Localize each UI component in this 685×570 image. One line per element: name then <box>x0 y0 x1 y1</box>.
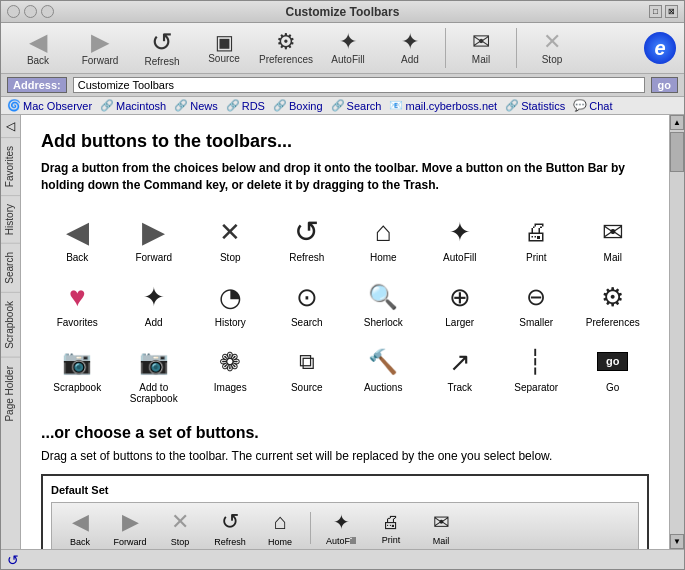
icon-go[interactable]: go Go <box>577 340 650 408</box>
toolbar-stop-btn[interactable]: ✕ Stop <box>523 29 581 67</box>
icon-history[interactable]: ◔ History <box>194 275 267 332</box>
mail-icon: ✉ <box>602 214 624 250</box>
sherlock-icon: 🔍 <box>368 279 398 315</box>
icon-smaller[interactable]: ⊖ Smaller <box>500 275 573 332</box>
icon-stop[interactable]: ✕ Stop <box>194 210 267 267</box>
ds-home[interactable]: ⌂ Home <box>258 509 302 547</box>
minimize-btn[interactable] <box>24 5 37 18</box>
toolbar-source-btn[interactable]: ▣ Source <box>195 30 253 66</box>
expand-btn[interactable]: ⊠ <box>665 5 678 18</box>
toolbar-prefs-btn[interactable]: ⚙ Preferences <box>257 29 315 67</box>
icon-separator[interactable]: ┆ Separator <box>500 340 573 408</box>
go-button[interactable]: go <box>651 77 678 93</box>
back-label: Back <box>27 55 49 66</box>
icon-auctions[interactable]: 🔨 Auctions <box>347 340 420 408</box>
add-scrapbook-icon: 📷 <box>139 344 169 380</box>
autofill-label: AutoFill <box>443 252 476 263</box>
ds-home-label: Home <box>268 537 292 547</box>
scroll-down-btn[interactable]: ▼ <box>670 534 684 549</box>
bookmark-boxing[interactable]: 🔗 Boxing <box>273 99 323 112</box>
icon-add[interactable]: ✦ Add <box>118 275 191 332</box>
mail-label: Mail <box>604 252 622 263</box>
content-area: ◁ Favorites History Search Scrapbook Pag… <box>1 115 684 549</box>
separator-label: Separator <box>514 382 558 393</box>
ds-refresh-icon: ↺ <box>221 509 239 535</box>
stop-icon: ✕ <box>219 214 241 250</box>
icon-refresh[interactable]: ↺ Refresh <box>271 210 344 267</box>
icon-images[interactable]: ❁ Images <box>194 340 267 408</box>
address-input[interactable]: Customize Toolbars <box>73 77 645 93</box>
scroll-thumb[interactable] <box>670 132 684 172</box>
home-icon: ⌂ <box>375 214 392 250</box>
toolbar-mail-btn[interactable]: ✉ Mail <box>452 29 510 67</box>
search-icon: ⊙ <box>296 279 318 315</box>
sidebar-history[interactable]: History <box>1 195 20 243</box>
scroll-track <box>670 172 684 534</box>
source-label: Source <box>291 382 323 393</box>
toolbar-refresh-btn[interactable]: ↺ Refresh <box>133 27 191 69</box>
bookmark-mac-observer[interactable]: 🌀 Mac Observer <box>7 99 92 112</box>
icon-autofill[interactable]: ✦ AutoFill <box>424 210 497 267</box>
icon-search[interactable]: ⊙ Search <box>271 275 344 332</box>
bookmark-statistics[interactable]: 🔗 Statistics <box>505 99 565 112</box>
icon-add-scrapbook[interactable]: 📷 Add to Scrapbook <box>118 340 191 408</box>
bookmark-search[interactable]: 🔗 Search <box>331 99 382 112</box>
bookmark-label: Macintosh <box>116 100 166 112</box>
icon-source[interactable]: ⧉ Source <box>271 340 344 408</box>
go-button-visual: go <box>597 352 628 371</box>
icon-home[interactable]: ⌂ Home <box>347 210 420 267</box>
back-icon: ◀ <box>29 30 47 54</box>
ds-print[interactable]: 🖨 Print <box>369 512 413 545</box>
source-icon: ⧉ <box>299 344 315 380</box>
address-value: Customize Toolbars <box>78 79 174 91</box>
maximize-btn[interactable] <box>41 5 54 18</box>
icon-scrapbook[interactable]: 📷 Scrapbook <box>41 340 114 408</box>
auctions-icon: 🔨 <box>368 344 398 380</box>
ds-autofill-icon: ✦ <box>333 510 350 534</box>
toolbar-forward-btn[interactable]: ▶ Forward <box>71 28 129 68</box>
bookmark-chat[interactable]: 💬 Chat <box>573 99 612 112</box>
bookmark-icon: 💬 <box>573 99 587 112</box>
sidebar-favorites[interactable]: Favorites <box>1 137 20 195</box>
icon-mail[interactable]: ✉ Mail <box>577 210 650 267</box>
ds-refresh[interactable]: ↺ Refresh <box>208 509 252 547</box>
bookmark-rds[interactable]: 🔗 RDS <box>226 99 265 112</box>
add-scrapbook-label: Add to Scrapbook <box>130 382 178 404</box>
ds-stop[interactable]: ✕ Stop <box>158 509 202 547</box>
bookmark-label: Mac Observer <box>23 100 92 112</box>
bookmark-label: News <box>190 100 218 112</box>
icon-favorites[interactable]: ♥ Favorites <box>41 275 114 332</box>
icon-print[interactable]: 🖨 Print <box>500 210 573 267</box>
ds-autofill[interactable]: ✦ AutoFill <box>319 510 363 546</box>
auctions-label: Auctions <box>364 382 402 393</box>
bookmark-mail[interactable]: 📧 mail.cyberboss.net <box>389 99 497 112</box>
print-label: Print <box>526 252 547 263</box>
icon-larger[interactable]: ⊕ Larger <box>424 275 497 332</box>
icon-back[interactable]: ◀ Back <box>41 210 114 267</box>
scroll-up-btn[interactable]: ▲ <box>670 115 684 130</box>
toolbar-autofill-btn[interactable]: ✦ AutoFill <box>319 29 377 67</box>
sidebar-search[interactable]: Search <box>1 243 20 292</box>
ds-autofill-label: AutoFill <box>326 536 356 546</box>
collapse-btn[interactable]: □ <box>649 5 662 18</box>
toolbar-back-btn[interactable]: ◀ Back <box>9 28 67 68</box>
sidebar-collapse-btn[interactable]: ◁ <box>1 115 20 137</box>
address-bar: Address: Customize Toolbars go <box>1 74 684 97</box>
bookmark-macintosh[interactable]: 🔗 Macintosh <box>100 99 166 112</box>
ds-mail[interactable]: ✉ Mail <box>419 510 463 546</box>
stop-label: Stop <box>220 252 241 263</box>
ds-mail-icon: ✉ <box>433 510 450 534</box>
icon-track[interactable]: ↗ Track <box>424 340 497 408</box>
toolbar-add-btn[interactable]: ✦ Add <box>381 29 439 67</box>
icon-forward[interactable]: ▶ Forward <box>118 210 191 267</box>
icon-sherlock[interactable]: 🔍 Sherlock <box>347 275 420 332</box>
sidebar-pageholder[interactable]: Page Holder <box>1 357 20 430</box>
ds-back[interactable]: ◀ Back <box>58 509 102 547</box>
sidebar-scrapbook[interactable]: Scrapbook <box>1 292 20 357</box>
icon-preferences[interactable]: ⚙ Preferences <box>577 275 650 332</box>
status-icon: ↺ <box>7 552 19 568</box>
close-btn[interactable] <box>7 5 20 18</box>
bookmark-news[interactable]: 🔗 News <box>174 99 218 112</box>
larger-label: Larger <box>445 317 474 328</box>
ds-forward[interactable]: ▶ Forward <box>108 509 152 547</box>
